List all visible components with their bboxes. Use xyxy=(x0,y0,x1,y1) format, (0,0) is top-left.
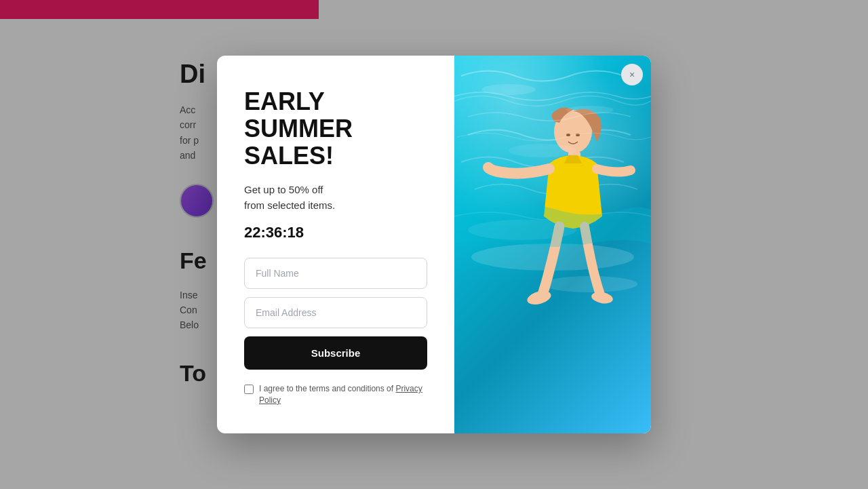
modal-right-panel: × xyxy=(454,56,651,433)
terms-row: I agree to the terms and conditions of P… xyxy=(244,383,427,406)
full-name-input[interactable] xyxy=(244,258,427,289)
close-icon: × xyxy=(629,70,635,79)
pool-background xyxy=(454,56,651,433)
modal-overlay: EARLY SUMMER SALES! Get up to 50% off fr… xyxy=(0,0,868,489)
terms-label: I agree to the terms and conditions of P… xyxy=(259,383,427,406)
popup-modal: EARLY SUMMER SALES! Get up to 50% off fr… xyxy=(217,56,651,433)
svg-point-8 xyxy=(591,290,614,305)
email-input[interactable] xyxy=(244,297,427,328)
modal-left-panel: EARLY SUMMER SALES! Get up to 50% off fr… xyxy=(217,56,454,433)
svg-point-10 xyxy=(566,106,614,114)
modal-headline: EARLY SUMMER SALES! xyxy=(244,88,427,169)
svg-point-11 xyxy=(509,144,576,157)
subscribe-button[interactable]: Subscribe xyxy=(244,336,427,370)
modal-timer: 22:36:18 xyxy=(244,224,427,241)
svg-point-9 xyxy=(481,84,536,95)
svg-point-2 xyxy=(542,276,637,292)
modal-subtext: Get up to 50% off from selected items. xyxy=(244,182,427,213)
terms-checkbox[interactable] xyxy=(244,385,254,394)
